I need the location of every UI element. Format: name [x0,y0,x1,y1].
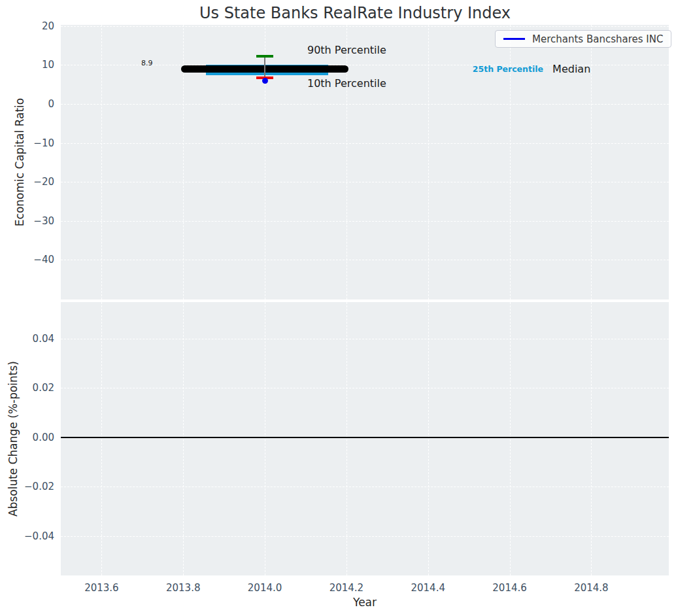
y-tick-label: −0.02 [0,481,54,492]
gridline-vertical [428,25,429,299]
y-tick-label: 20 [0,20,54,32]
chart-title: Us State Banks RealRate Industry Index [199,4,511,22]
gridline-vertical [428,302,429,575]
gridline-vertical [591,25,592,299]
x-tick-label: 2014.6 [492,582,527,594]
gridline-horizontal [61,182,669,182]
gridline-horizontal [61,143,669,144]
x-axis-label: Year [353,596,377,609]
legend-line-icon [503,38,525,40]
gridline-horizontal [61,388,669,388]
x-tick-label: 2013.6 [84,582,119,594]
gridline-horizontal [61,339,669,339]
y-tick-label: −10 [0,137,54,149]
y-tick-label: −40 [0,254,54,265]
gridline-vertical [591,302,592,575]
company-point [262,78,268,84]
x-tick-label: 2014.0 [248,582,282,594]
annotation-median-value-label: 8.9 [141,59,153,67]
p90-cap [256,55,273,58]
gridline-horizontal [61,260,669,260]
figure: Us State Banks RealRate Industry Index E… [0,0,676,616]
gridline-vertical [101,25,102,299]
y-tick-label: 0 [0,98,54,110]
annotation-p90-label: 90th Percentile [307,44,386,56]
legend-label: Merchants Bancshares INC [532,33,663,45]
gridline-horizontal [61,536,669,537]
gridline-vertical [101,302,102,575]
bottom-axes [61,302,669,575]
gridline-horizontal [61,487,669,487]
gridline-vertical [346,302,347,575]
gridline-vertical [510,302,511,575]
x-tick-label: 2013.8 [166,582,201,594]
y-tick-label: −20 [0,176,54,188]
zero-line [61,437,669,438]
annotation-p25-label: 25th Percentile [473,64,543,74]
errorbar-line [264,56,265,78]
x-tick-label: 2014.2 [330,582,364,594]
y-tick-label: 0.04 [0,333,54,345]
x-tick-label: 2014.8 [574,582,609,594]
y-tick-label: 10 [0,59,54,71]
gridline-horizontal [61,221,669,222]
gridline-horizontal [61,104,669,105]
annotation-median-text-label: Median [552,62,590,75]
gridline-horizontal [61,26,669,27]
gridline-vertical [265,302,265,575]
y-axis-label-top: Economic Capital Ratio [13,98,26,226]
y-tick-label: −30 [0,215,54,227]
y-tick-label: 0.00 [0,432,54,443]
y-tick-label: 0.02 [0,382,54,394]
x-tick-label: 2014.4 [411,582,445,594]
legend: Merchants Bancshares INC [495,30,671,48]
gridline-vertical [183,302,184,575]
annotation-p10-label: 10th Percentile [307,77,386,90]
y-tick-label: −0.04 [0,530,54,542]
